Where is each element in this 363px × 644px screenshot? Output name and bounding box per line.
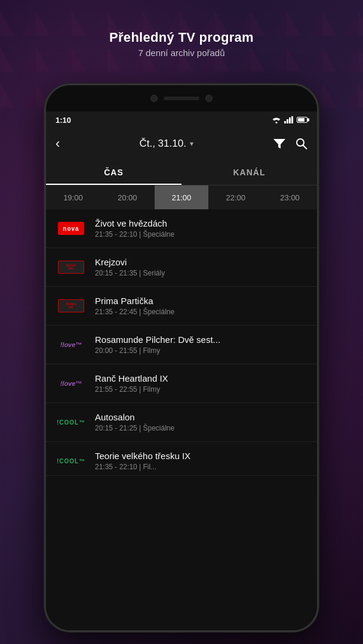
phone-speaker	[164, 97, 199, 100]
time-slots: 19:00 20:00 21:00 22:00 23:00	[46, 185, 317, 209]
phone-camera	[150, 95, 158, 102]
header-section: Přehledný TV program 7 denní archiv pořa…	[0, 0, 363, 70]
program-title: Teorie velkého třesku IX	[95, 451, 307, 461]
program-title: Ranč Heartland IX	[95, 373, 307, 383]
program-title: Autosalon	[95, 412, 307, 422]
program-info: Prima Partička 21:35 - 22:45 | Špeciálne	[95, 296, 307, 316]
program-item[interactable]: !COOL™ Autosalon 20:15 - 21:25 | Špeciál…	[46, 403, 317, 442]
time-slot-21[interactable]: 21:00	[155, 185, 209, 209]
program-meta: 20:15 - 21:35 | Seriály	[95, 269, 307, 277]
program-meta: 21:55 - 22:55 | Filmy	[95, 385, 307, 394]
header-subtitle: 7 denní archiv pořadů	[0, 48, 363, 58]
program-meta: 21:35 - 22:10 | Fil...	[95, 463, 307, 471]
program-info: Autosalon 20:15 - 21:25 | Špeciálne	[95, 412, 307, 432]
program-item[interactable]: NOVA HD Krejzovi 20:15 - 21:35 | Seriály	[46, 248, 317, 287]
phone-content: 1:10	[46, 112, 317, 630]
program-info: Teorie velkého třesku IX 21:35 - 22:10 |…	[95, 451, 307, 471]
program-title: Krejzovi	[95, 257, 307, 267]
svg-rect-1	[287, 119, 288, 123]
program-item[interactable]: !love™ Rosamunde Pilcher: Dvě sest... 20…	[46, 326, 317, 364]
program-title: Život ve hvězdách	[95, 218, 307, 228]
program-info: Krejzovi 20:15 - 21:35 | Seriály	[95, 257, 307, 277]
nav-bar: ‹ Čt., 31.10. ▾	[46, 128, 317, 159]
nav-dropdown-icon[interactable]: ▾	[190, 140, 193, 148]
back-button[interactable]: ‹	[56, 136, 60, 151]
channel-logo-ilove: !love™	[56, 334, 87, 355]
time-slot-22[interactable]: 22:00	[208, 193, 263, 202]
program-list: nova Život ve hvězdách 21:35 - 22:10 | Š…	[46, 209, 317, 630]
channel-logo-nova-hd: NOVA HD	[56, 256, 87, 278]
header-title: Přehledný TV program	[0, 30, 363, 45]
svg-rect-0	[284, 121, 286, 123]
channel-logo-nova: nova	[56, 218, 87, 239]
time-slot-23[interactable]: 23:00	[263, 193, 317, 202]
time-slot-20[interactable]: 20:00	[100, 193, 155, 202]
program-item[interactable]: !COOL™ Teorie velkého třesku IX 21:35 - …	[46, 442, 317, 476]
svg-rect-2	[289, 117, 291, 123]
program-title: Prima Partička	[95, 296, 307, 306]
channel-logo-cool2: !COOL™	[56, 450, 87, 472]
tab-cas[interactable]: ČAS	[46, 159, 182, 185]
program-meta: 21:35 - 22:10 | Špeciálne	[95, 230, 307, 239]
program-item[interactable]: nova Život ve hvězdách 21:35 - 22:10 | Š…	[46, 209, 317, 248]
program-info: Ranč Heartland IX 21:55 - 22:55 | Filmy	[95, 373, 307, 394]
program-item[interactable]: PRIMA HD Prima Partička 21:35 - 22:45 | …	[46, 287, 317, 326]
tab-kanal[interactable]: KANÁL	[182, 159, 317, 185]
signal-icon	[284, 116, 294, 123]
channel-logo-cool: !COOL™	[56, 411, 87, 433]
phone-camera-right	[205, 95, 213, 102]
program-meta: 20:15 - 21:25 | Špeciálne	[95, 424, 307, 432]
filter-icon[interactable]	[273, 138, 286, 149]
program-meta: 21:35 - 22:45 | Špeciálne	[95, 308, 307, 316]
search-icon[interactable]	[296, 138, 307, 150]
status-icons	[272, 116, 307, 123]
phone-frame: 1:10	[44, 83, 319, 632]
wifi-icon	[272, 116, 281, 123]
time-slot-19[interactable]: 19:00	[46, 193, 100, 202]
program-title: Rosamunde Pilcher: Dvě sest...	[95, 335, 307, 345]
nav-actions	[273, 138, 307, 150]
tabs-bar: ČAS KANÁL	[46, 159, 317, 185]
battery-icon	[297, 117, 307, 123]
phone-top-bar	[46, 85, 317, 112]
program-item[interactable]: !love™ Ranč Heartland IX 21:55 - 22:55 |…	[46, 364, 317, 403]
svg-rect-3	[291, 116, 293, 123]
svg-point-4	[297, 139, 304, 146]
svg-line-5	[303, 145, 307, 150]
program-info: Rosamunde Pilcher: Dvě sest... 20:00 - 2…	[95, 335, 307, 355]
program-meta: 20:00 - 21:55 | Filmy	[95, 346, 307, 355]
channel-logo-prima-hd: PRIMA HD	[56, 295, 87, 317]
channel-logo-ilove2: !love™	[56, 373, 87, 394]
status-bar: 1:10	[46, 112, 317, 128]
nav-date: Čt., 31.10.	[139, 138, 186, 150]
program-info: Život ve hvězdách 21:35 - 22:10 | Špeciá…	[95, 218, 307, 239]
nav-title: Čt., 31.10. ▾	[139, 138, 193, 150]
status-time: 1:10	[56, 116, 71, 125]
